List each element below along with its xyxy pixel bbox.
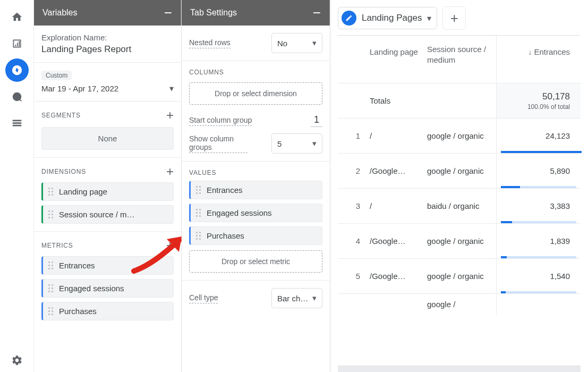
active-tab[interactable]: Landing Pages ▾ [338,7,437,29]
cell-entrances: 1,839 [496,224,581,258]
drag-handle-icon[interactable] [48,210,55,219]
value-chip[interactable]: Entrances [189,181,322,199]
value-chip[interactable]: Purchases [189,226,322,245]
chip-label: Engaged sessions [59,284,124,293]
cell-type-section: Cell type Bar ch… ▾ [182,281,330,316]
nested-rows-section: Nested rows No ▾ [182,26,330,61]
exploration-name-value[interactable]: Landing Pages Report [41,44,174,55]
cell-landing-page: /Google… [370,224,427,258]
cell-source-medium: google / [427,294,496,315]
cell-landing-page: /Google… [370,154,427,188]
collapse-variables-icon[interactable]: − [164,6,172,20]
cell-entrances: 1,540 [496,259,581,293]
bar-fill [501,291,506,293]
cell-landing-page: / [370,189,427,223]
drag-handle-icon[interactable] [196,209,202,217]
bar-fill [501,186,520,188]
bar-track [501,221,576,223]
add-segment-button[interactable]: + [166,109,174,122]
dimensions-title: DIMENSIONS [41,168,86,175]
nested-rows-select[interactable]: No ▾ [271,33,322,53]
edit-tab-icon[interactable] [342,11,356,26]
chip-label: Entrances [207,185,243,195]
nav-reports[interactable] [5,32,29,55]
col-session-source-medium[interactable]: Session source / medium [427,36,496,83]
col-landing-page[interactable]: Landing page [370,36,427,83]
row-index: 2 [338,154,370,188]
variables-panel: Variables − Exploration Name: Landing Pa… [34,0,182,372]
start-column-group-value[interactable]: 1 [311,114,322,127]
date-preset-chip: Custom [41,71,72,80]
metric-chip[interactable]: Purchases [41,302,174,320]
table-row: 1/google / organic24,123 [338,119,581,154]
cell-type-select[interactable]: Bar ch… ▾ [271,288,322,308]
metric-chip[interactable]: Engaged sessions [41,279,174,298]
date-range-section[interactable]: Custom Mar 19 - Apr 17, 2022 ▾ [34,63,181,102]
col-entrances[interactable]: ↓ Entrances [496,36,581,83]
select-value: No [277,39,287,48]
select-value: 5 [277,139,282,148]
add-dimension-button[interactable]: + [166,165,174,178]
cell-landing-page: /Google… [370,259,427,293]
dimension-chip[interactable]: Landing page [41,182,174,201]
caret-down-icon: ▾ [312,139,317,148]
metric-chip[interactable]: Entrances [41,256,174,275]
nav-advertising[interactable] [5,85,29,108]
show-column-groups-label: Show column groups [189,134,248,153]
cell-entrances: 3,383 [496,189,581,223]
dimensions-section: DIMENSIONS + Landing page Session source… [34,158,181,232]
drag-handle-icon[interactable] [48,261,55,270]
cell-entrances-value: 1,540 [550,272,570,281]
cell-entrances: 24,123 [496,119,581,153]
horizontal-scrollbar[interactable] [338,366,581,372]
svg-point-1 [15,95,19,98]
tab-menu-caret-icon[interactable]: ▾ [427,13,431,23]
cell-entrances: 5,890 [496,154,581,188]
totals-entrances-pct: 100.0% of total [527,103,570,111]
row-index: 5 [338,259,370,293]
table-row: 5/Google…google / organic1,540 [338,259,581,294]
cell-entrances-value: 3,383 [550,201,570,210]
nav-home[interactable] [5,5,29,29]
show-column-groups-select[interactable]: 5 ▾ [271,133,322,154]
row-index: 1 [338,119,370,153]
table-header-row: Landing page Session source / medium ↓ E… [338,36,581,83]
values-title: VALUES [189,169,322,176]
variables-header: Variables − [34,0,181,26]
nav-configure[interactable] [5,112,29,135]
nested-rows-label: Nested rows [189,38,231,48]
dimension-chip[interactable]: Session source / m… [41,205,174,224]
cell-type-label: Cell type [189,293,218,303]
table-row: 3/baidu / organic3,383 [338,189,581,224]
chip-label: Purchases [59,307,97,316]
date-range-text: Mar 19 - Apr 17, 2022 [41,84,118,93]
cell-source-medium: google / organic [427,154,496,188]
add-metric-button[interactable]: + [166,239,174,252]
nav-admin[interactable] [5,349,29,372]
values-drop-target[interactable]: Drop or select metric [189,250,322,273]
drag-handle-icon[interactable] [48,188,55,196]
value-chip[interactable]: Engaged sessions [189,204,322,222]
add-tab-button[interactable]: + [442,6,466,30]
drag-handle-icon[interactable] [196,186,202,195]
caret-down-icon: ▾ [312,293,317,303]
drag-handle-icon[interactable] [48,284,55,293]
columns-drop-target[interactable]: Drop or select dimension [189,82,322,105]
chip-label: Session source / m… [59,210,135,219]
report-table: Landing page Session source / medium ↓ E… [338,35,581,372]
caret-down-icon: ▾ [169,83,174,94]
exploration-name-label: Exploration Name: [41,33,174,42]
cell-entrances-value: 5,890 [550,166,570,175]
tab-settings-title: Tab Settings [190,8,237,18]
values-section: VALUES Entrances Engaged sessions Purcha… [182,162,330,281]
totals-entrances-value: 50,178 [542,91,570,102]
metrics-section: METRICS + Entrances Engaged sessions Pur… [34,232,181,328]
drag-handle-icon[interactable] [48,307,55,316]
columns-section: COLUMNS Drop or select dimension Start c… [182,61,330,162]
segments-none[interactable]: None [41,127,174,150]
collapse-tab-settings-icon[interactable]: − [313,6,321,20]
bar-fill [501,151,582,153]
cell-source-medium: google / organic [427,259,496,293]
drag-handle-icon[interactable] [196,232,202,240]
nav-explore[interactable] [5,58,29,82]
